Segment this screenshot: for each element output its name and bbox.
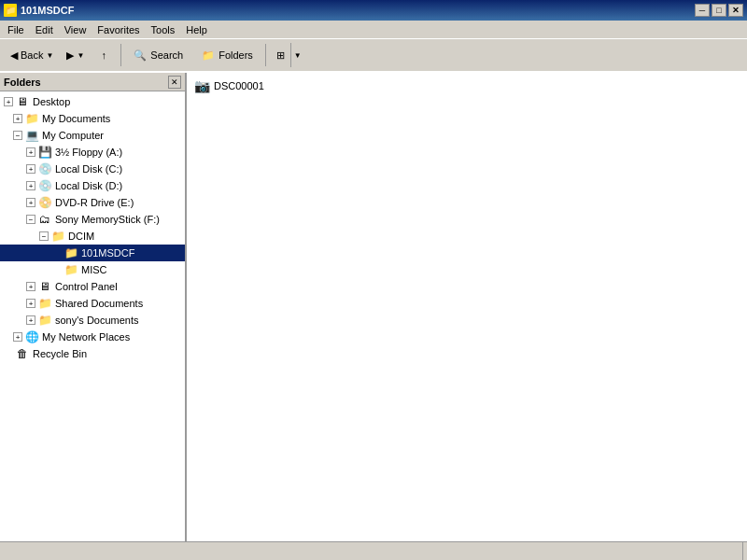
tree-item-my-network[interactable]: +🌐My Network Places [0, 329, 185, 345]
tree-item-dvd[interactable]: +📀DVD-R Drive (E:) [0, 194, 185, 211]
expand-btn-my-computer[interactable]: − [13, 131, 22, 140]
tree-label-my-documents: My Documents [42, 113, 110, 124]
tree-item-desktop[interactable]: +🖥Desktop [0, 93, 185, 110]
menu-tools[interactable]: Tools [146, 21, 181, 38]
expand-btn-control-panel[interactable]: + [26, 282, 35, 291]
minimize-button[interactable]: ─ [695, 4, 710, 17]
window-title: 101MSDCF [21, 5, 74, 16]
expand-btn-desktop[interactable]: + [4, 97, 13, 106]
tree-icon-my-documents: 📁 [24, 111, 39, 126]
expand-btn-sony[interactable]: − [26, 215, 35, 224]
maximize-button[interactable]: □ [712, 4, 726, 17]
close-button[interactable]: ✕ [728, 4, 743, 17]
tree-item-shared-documents[interactable]: +📁Shared Documents [0, 295, 185, 312]
toolbar: ◀ Back ▼ ▶ ▼ ↑ 🔍 Search 📁 Folders ⊞ ▼ [0, 39, 747, 73]
tree-label-101msdcf: 101MSDCF [81, 247, 134, 259]
tree-label-local-d: Local Disk (D:) [55, 180, 122, 191]
expand-placeholder-101msdcf [52, 248, 62, 258]
menu-file[interactable]: File [2, 21, 30, 38]
file-item-dsc00001[interactable]: 📷DSC00001 [190, 77, 268, 95]
tree-item-local-c[interactable]: +💿Local Disk (C:) [0, 161, 185, 177]
tree-item-dcim[interactable]: −📁DCIM [0, 228, 185, 245]
tree-label-local-c: Local Disk (C:) [55, 163, 122, 175]
toolbar-separator-1 [120, 44, 121, 66]
views-button[interactable]: ⊞ ▼ [270, 42, 305, 68]
tree-icon-local-c: 💿 [37, 161, 52, 176]
tree-label-sony: Sony MemoryStick (F:) [55, 214, 160, 225]
expand-btn-dcim[interactable]: − [39, 231, 49, 241]
views-icon: ⊞ [271, 43, 291, 67]
folders-button[interactable]: 📁 Folders [193, 42, 261, 68]
menu-view[interactable]: View [59, 21, 92, 38]
up-icon: ↑ [102, 49, 107, 61]
tree-icon-desktop: 🖥 [15, 94, 30, 109]
tree-item-recycle-bin[interactable]: 🗑Recycle Bin [0, 345, 185, 362]
title-bar: 📁 101MSDCF ─ □ ✕ [0, 0, 747, 21]
folders-panel-header: Folders ✕ [0, 73, 185, 91]
folders-close-button[interactable]: ✕ [168, 76, 181, 89]
tree-label-sonys-documents: sony's Documents [55, 315, 139, 326]
tree-label-dvd: DVD-R Drive (E:) [55, 197, 134, 208]
folders-panel: Folders ✕ +🖥Desktop+📁My Documents−💻My Co… [0, 73, 187, 541]
tree-icon-recycle-bin: 🗑 [15, 346, 30, 361]
tree-label-control-panel: Control Panel [55, 281, 118, 292]
folders-panel-title: Folders [4, 77, 41, 88]
window: 📁 101MSDCF ─ □ ✕ File Edit View Favorite… [0, 0, 747, 560]
tree-item-misc[interactable]: 📁MISC [0, 261, 185, 278]
folders-label: Folders [218, 49, 253, 61]
back-label: Back [21, 49, 43, 61]
tree-item-floppy[interactable]: +💾3½ Floppy (A:) [0, 144, 185, 161]
tree-icon-101msdcf: 📁 [63, 245, 78, 260]
folders-icon: 📁 [202, 49, 215, 62]
tree-label-desktop: Desktop [33, 96, 70, 107]
forward-button[interactable]: ▶ ▼ [62, 42, 89, 68]
expand-btn-local-d[interactable]: + [26, 181, 35, 190]
content-panel: 📷DSC00001 [187, 73, 747, 541]
expand-btn-sonys-documents[interactable]: + [26, 315, 35, 325]
title-buttons: ─ □ ✕ [695, 4, 743, 17]
tree-icon-shared-documents: 📁 [37, 296, 52, 311]
forward-icon: ▶ [66, 49, 74, 62]
menu-favorites[interactable]: Favorites [92, 21, 145, 38]
back-button[interactable]: ◀ Back ▼ [4, 42, 60, 68]
up-button[interactable]: ↑ [91, 42, 117, 68]
menu-help[interactable]: Help [180, 21, 213, 38]
expand-btn-dvd[interactable]: + [26, 198, 35, 207]
views-dropdown-icon: ▼ [291, 43, 304, 67]
tree-item-my-computer[interactable]: −💻My Computer [0, 127, 185, 144]
tree-label-misc: MISC [81, 264, 107, 275]
tree-label-shared-documents: Shared Documents [55, 298, 143, 309]
back-icon: ◀ [10, 49, 18, 62]
tree-item-101msdcf[interactable]: 📁101MSDCF [0, 245, 185, 261]
folders-tree: +🖥Desktop+📁My Documents−💻My Computer+💾3½… [0, 91, 185, 541]
tree-item-control-panel[interactable]: +🖥Control Panel [0, 278, 185, 295]
expand-btn-shared-documents[interactable]: + [26, 299, 35, 308]
tree-icon-floppy: 💾 [37, 145, 52, 160]
tree-icon-sonys-documents: 📁 [37, 313, 52, 328]
window-icon: 📁 [4, 4, 17, 17]
tree-icon-my-network: 🌐 [24, 329, 39, 344]
tree-label-floppy: 3½ Floppy (A:) [55, 147, 122, 158]
expand-btn-local-c[interactable]: + [26, 164, 35, 174]
menu-edit[interactable]: Edit [30, 21, 59, 38]
tree-label-my-network: My Network Places [42, 331, 130, 343]
toolbar-separator-2 [265, 44, 266, 66]
tree-icon-my-computer: 💻 [24, 128, 39, 143]
tree-icon-local-d: 💿 [37, 178, 52, 193]
tree-icon-dcim: 📁 [50, 229, 65, 244]
back-dropdown-icon: ▼ [46, 51, 53, 60]
tree-item-my-documents[interactable]: +📁My Documents [0, 110, 185, 127]
tree-label-dcim: DCIM [68, 231, 94, 242]
tree-item-local-d[interactable]: +💿Local Disk (D:) [0, 177, 185, 194]
search-button[interactable]: 🔍 Search [125, 42, 191, 68]
expand-btn-my-network[interactable]: + [13, 332, 22, 342]
expand-btn-floppy[interactable]: + [26, 147, 35, 157]
file-icon-dsc00001: 📷 [194, 78, 210, 93]
expand-btn-my-documents[interactable]: + [13, 114, 22, 123]
tree-item-sonys-documents[interactable]: +📁sony's Documents [0, 312, 185, 329]
tree-item-sony[interactable]: −🗂Sony MemoryStick (F:) [0, 211, 185, 228]
tree-icon-control-panel: 🖥 [37, 279, 52, 294]
file-label-dsc00001: DSC00001 [214, 80, 264, 91]
tree-icon-sony: 🗂 [37, 212, 52, 227]
search-label: Search [150, 49, 183, 61]
